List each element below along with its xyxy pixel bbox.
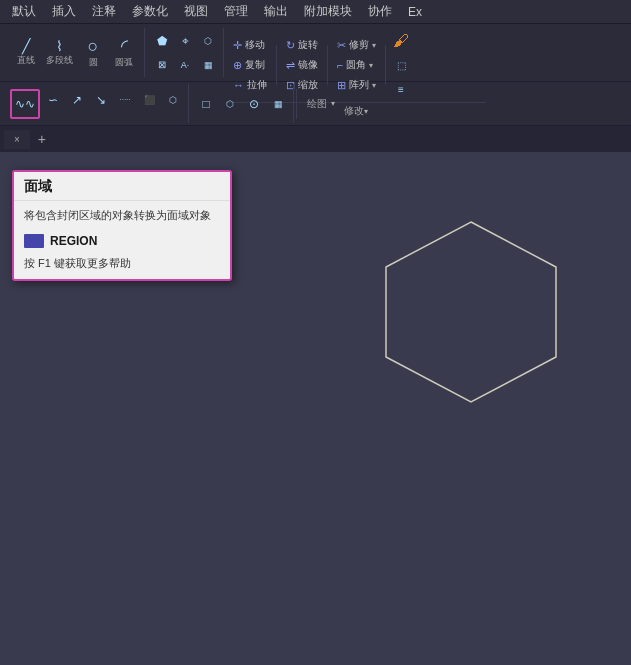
menu-item-default[interactable]: 默认 [4,1,44,22]
circle-tool[interactable]: ○ 圆 [79,35,107,71]
linetypes-btn[interactable]: ≡ [390,78,412,100]
menu-item-annotate[interactable]: 注释 [84,1,124,22]
scale-label: 缩放 [298,78,318,92]
move-icon: ✛ [233,39,242,52]
array-btn[interactable]: ⊞ 阵列 ▾ [332,76,381,94]
region-cmd-icon [24,234,44,248]
extra-tool-2[interactable]: ⌖ [174,30,196,52]
arrow-tool1[interactable]: ↗ [66,89,88,111]
extra-tools-row1: ⬟ ⌖ ⬡ [151,30,219,52]
draw-row2-tools2: □ ⬡ ⊙ ▦ [195,93,289,115]
hatch-tool[interactable]: ▦ [267,93,289,115]
dot-tool[interactable]: ····· [114,89,136,111]
copy-label: 复制 [245,58,265,72]
extra-tools-group: ⬟ ⌖ ⬡ ⊠ A· ▦ [147,28,224,77]
move-label: 移动 [245,38,265,52]
trim-btn[interactable]: ✂ 修剪 ▾ [332,36,381,54]
move-btn[interactable]: ✛ 移动 [228,36,272,54]
modify-col4: 🖌 ⬚ ≡ [390,30,412,100]
tab-bar: × + [0,126,631,152]
modify-expand-icon[interactable]: ▾ [364,107,368,116]
fillet-btn[interactable]: ⌐ 圆角 ▾ [332,56,381,74]
tooltip-popup: 面域 将包含封闭区域的对象转换为面域对象 REGION 按 F1 键获取更多帮助 [12,170,232,281]
draw-tools-inner: ╱ 直线 ⌇ 多段线 ○ 圆 ◜ 圆弧 [12,35,138,71]
menu-item-parametric[interactable]: 参数化 [124,1,176,22]
mirror-icon: ⇌ [286,59,295,72]
arrow-tool2[interactable]: ↘ [90,89,112,111]
tab-add-button[interactable]: + [32,129,52,149]
tooltip-help: 按 F1 键获取更多帮助 [14,252,230,279]
extra-tool-4[interactable]: ⊠ [151,54,173,76]
region-tool[interactable]: ⬛ [138,89,160,111]
array-label: 阵列 [349,78,369,92]
menu-item-manage[interactable]: 管理 [216,1,256,22]
line-icon: ╱ [22,39,30,53]
hexagon-polygon [386,222,556,402]
tooltip-description: 将包含封闭区域的对象转换为面域对象 [14,201,230,230]
tooltip-command: REGION [14,230,230,252]
polygon-tool[interactable]: ⬡ [219,93,241,115]
row2-label-area: 绘图 ▾ [299,97,343,111]
tab-item-1[interactable]: × [4,130,30,149]
menu-item-addons[interactable]: 附加模块 [296,1,360,22]
menu-bar: 默认 插入 注释 参数化 视图 管理 输出 附加模块 协作 Ex [0,0,631,24]
trim-label: 修剪 [349,38,369,52]
draw-tools-group: ╱ 直线 ⌇ 多段线 ○ 圆 ◜ 圆弧 [6,28,145,77]
explode-btn[interactable]: ⬚ [390,54,412,76]
drawing-expand[interactable]: ▾ [331,99,335,108]
rotate-btn[interactable]: ↻ 旋转 [281,36,323,54]
circle-icon: ○ [88,37,99,55]
extra-tool-6[interactable]: ▦ [197,54,219,76]
sep1 [276,45,277,85]
fillet-chevron: ▾ [369,61,373,70]
extra-tool-3[interactable]: ⬡ [197,30,219,52]
array-chevron: ▾ [372,81,376,90]
wave-tool[interactable]: ∿∿ [14,93,36,115]
copy-icon: ⊕ [233,59,242,72]
ribbon-row1: ╱ 直线 ⌇ 多段线 ○ 圆 ◜ 圆弧 ⬟ ⌖ ⬡ ⊠ A· [0,24,631,82]
draw-row2-group1: ∿∿ ∽ ↗ ↘ ····· ⬛ ⬡ [6,84,189,123]
mirror-btn[interactable]: ⇌ 镜像 [281,56,323,74]
trim-icon: ✂ [337,39,346,52]
tab-close-icon[interactable]: × [14,134,20,145]
polyline-label: 多段线 [46,54,73,67]
canvas-area: 面域 将包含封闭区域的对象转换为面域对象 REGION 按 F1 键获取更多帮助 [0,152,631,665]
arc-icon: ◜ [121,37,128,55]
polyline-tool[interactable]: ⌇ 多段线 [43,37,76,69]
arc-tool[interactable]: ◜ 圆弧 [110,35,138,71]
menu-item-ex[interactable]: Ex [400,3,430,21]
menu-item-view[interactable]: 视图 [176,1,216,22]
line-label: 直线 [17,54,35,67]
sep2 [327,45,328,85]
hexagon-shape [371,212,571,436]
rotate-icon: ↻ [286,39,295,52]
rotate-label: 旋转 [298,38,318,52]
extra-tools-row2: ⊠ A· ▦ [151,54,219,76]
modify-section: ✛ 移动 ⊕ 复制 ↔ 拉伸 ↻ 旋转 [226,28,486,77]
mirror-label: 镜像 [298,58,318,72]
hexagon-svg [371,212,571,432]
spline-tool[interactable]: ∽ [42,89,64,111]
tooltip-command-text: REGION [50,234,97,248]
polyline-icon: ⌇ [56,39,63,53]
fillet-label: 圆角 [346,58,366,72]
menu-item-collab[interactable]: 协作 [360,1,400,22]
rect-tool[interactable]: □ [195,93,217,115]
menu-item-insert[interactable]: 插入 [44,1,84,22]
paint-btn[interactable]: 🖌 [390,30,412,52]
boundary-tool[interactable]: ⬡ [162,89,184,111]
draw-row2-group2: □ ⬡ ⊙ ▦ [191,84,294,123]
circle-label: 圆 [89,56,98,69]
modify-label: 修改 [344,104,364,118]
drawing-label: 绘图 [307,97,327,111]
menu-item-output[interactable]: 输出 [256,1,296,22]
fillet-icon: ⌐ [337,59,343,71]
region-tool-highlighted: ∿∿ [10,89,40,119]
line-tool[interactable]: ╱ 直线 [12,37,40,69]
circle2-tool[interactable]: ⊙ [243,93,265,115]
extra-tool-5[interactable]: A· [174,54,196,76]
array-icon: ⊞ [337,79,346,92]
copy-btn[interactable]: ⊕ 复制 [228,56,272,74]
extra-tool-1[interactable]: ⬟ [151,30,173,52]
trim-chevron: ▾ [372,41,376,50]
